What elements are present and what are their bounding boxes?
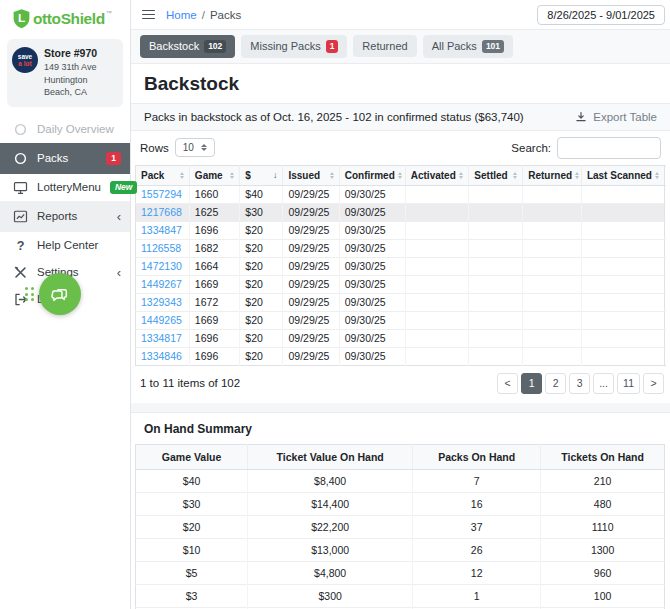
empty-cell [469, 329, 523, 347]
tab-all-packs[interactable]: All Packs101 [423, 35, 513, 58]
tab-missing-packs[interactable]: Missing Packs1 [241, 35, 347, 58]
issued-cell: 09/29/25 [283, 329, 339, 347]
confirmed-cell: 09/30/25 [339, 275, 405, 293]
top-bar: Home / Packs 8/26/2025 - 9/01/2025 [131, 0, 670, 30]
empty-cell [469, 293, 523, 311]
empty-cell [523, 275, 582, 293]
table-row: 14492651669$2009/29/2509/30/25 [136, 311, 665, 329]
summary-cell: $8,400 [248, 469, 413, 492]
sidebar-item-lotterymenu[interactable]: LotteryMenuNew [0, 174, 130, 201]
value-cell: $20 [240, 293, 283, 311]
summary-cell: $14,400 [248, 492, 413, 515]
export-table-button[interactable]: Export Table [575, 111, 657, 123]
summary-cell: 480 [541, 492, 665, 515]
tab-returned[interactable]: Returned [353, 35, 416, 57]
summary-cell: $22,200 [248, 515, 413, 538]
main-area: Home / Packs 8/26/2025 - 9/01/2025 Backs… [131, 0, 670, 609]
summary-column-packs-on-hand: Packs On Hand [413, 444, 541, 469]
breadcrumb-separator: / [202, 9, 205, 21]
chevron-left-icon: ‹ [117, 266, 121, 279]
value-cell: $20 [240, 311, 283, 329]
select-arrows-icon [201, 144, 207, 152]
sort-icon [513, 172, 517, 179]
table-row: 12176681625$3009/29/2509/30/25 [136, 203, 665, 221]
tab-backstock[interactable]: Backstock102 [140, 35, 235, 58]
pack-link[interactable]: 1557294 [141, 188, 182, 200]
export-table-label: Export Table [593, 111, 657, 123]
drag-handle[interactable] [25, 287, 34, 301]
empty-cell [523, 257, 582, 275]
breadcrumb-home-link[interactable]: Home [166, 9, 197, 21]
store-card[interactable]: save a lot Store #970 149 31th Ave Hunti… [7, 39, 123, 107]
info-bar: Packs in backstock as of Oct. 16, 2025 -… [131, 104, 670, 131]
pack-link[interactable]: 1334846 [141, 350, 182, 362]
page-button-11[interactable]: 11 [617, 373, 640, 394]
pack-link[interactable]: 1334847 [141, 224, 182, 236]
pack-link[interactable]: 1472130 [141, 260, 182, 272]
pack-link[interactable]: 1329343 [141, 296, 182, 308]
column-header-activated[interactable]: Activated [405, 165, 469, 185]
pack-cell: 1334846 [136, 347, 190, 365]
table-row: 13348461696$2009/29/2509/30/25 [136, 347, 665, 365]
summary-column-game-value: Game Value [136, 444, 248, 469]
sidebar-item-daily-overview[interactable]: Daily Overview [0, 116, 130, 143]
column-header-returned[interactable]: Returned [523, 165, 582, 185]
page-button-3[interactable]: 3 [569, 373, 590, 394]
game-cell: 1696 [189, 221, 239, 239]
value-cell: $20 [240, 275, 283, 293]
sort-icon [230, 172, 234, 179]
brand-logo[interactable]: L ottoShield ™ [0, 0, 130, 36]
empty-cell [581, 329, 664, 347]
page-button-item[interactable]: ... [593, 373, 614, 394]
column-header-confirmed[interactable]: Confirmed [339, 165, 405, 185]
store-address-line1: 149 31th Ave [44, 61, 118, 74]
column-header-settled[interactable]: Settled [469, 165, 523, 185]
pack-cell: 1329343 [136, 293, 190, 311]
sidebar-item-reports[interactable]: Reports‹ [0, 201, 130, 232]
search-input[interactable] [557, 137, 661, 159]
confirmed-cell: 09/30/25 [339, 329, 405, 347]
empty-cell [405, 311, 469, 329]
next-page-button[interactable]: > [643, 373, 664, 394]
sort-icon [459, 172, 463, 179]
store-address-line2: Huntington Beach, CA [44, 74, 118, 99]
pack-cell: 1217668 [136, 203, 190, 221]
column-header-last-scanned[interactable]: Last Scanned [581, 165, 664, 185]
summary-row: $3$3001100 [136, 584, 665, 607]
prev-page-button[interactable]: < [497, 373, 518, 394]
rows-label: Rows [140, 142, 169, 154]
column-header-game[interactable]: Game [189, 165, 239, 185]
tab-count-badge: 102 [204, 40, 226, 53]
menu-toggle-button[interactable] [140, 8, 157, 22]
empty-cell [581, 185, 664, 203]
issued-cell: 09/29/25 [283, 311, 339, 329]
column-header-item[interactable]: $↓ [240, 165, 283, 185]
column-header-issued[interactable]: Issued [283, 165, 339, 185]
sidebar-item-packs[interactable]: Packs1 [0, 143, 130, 174]
sort-icon [330, 172, 334, 179]
summary-cell: 1300 [541, 538, 665, 561]
help-icon: ? [13, 238, 28, 253]
date-range-picker[interactable]: 8/26/2025 - 9/01/2025 [537, 5, 665, 25]
search-label: Search: [511, 142, 551, 154]
summary-column-ticket-value-on-hand: Ticket Value On Hand [248, 444, 413, 469]
search-control: Search: [511, 137, 661, 159]
pack-cell: 1449267 [136, 275, 190, 293]
empty-cell [469, 275, 523, 293]
issued-cell: 09/29/25 [283, 257, 339, 275]
sidebar-item-help-center[interactable]: ?Help Center [0, 232, 130, 259]
pack-link[interactable]: 1449267 [141, 278, 182, 290]
summary-cell: $30 [136, 492, 248, 515]
chat-button[interactable] [39, 273, 81, 315]
pack-link[interactable]: 1334817 [141, 332, 182, 344]
empty-cell [469, 221, 523, 239]
summary-cell: 26 [413, 538, 541, 561]
column-header-pack[interactable]: Pack [136, 165, 190, 185]
pack-link[interactable]: 1126558 [141, 242, 181, 254]
summary-column-tickets-on-hand: Tickets On Hand [541, 444, 665, 469]
page-button-1[interactable]: 1 [521, 373, 542, 394]
pack-link[interactable]: 1449265 [141, 314, 182, 326]
pack-link[interactable]: 1217668 [141, 206, 182, 218]
page-button-2[interactable]: 2 [545, 373, 566, 394]
rows-per-page-select[interactable]: 10 [175, 138, 215, 157]
